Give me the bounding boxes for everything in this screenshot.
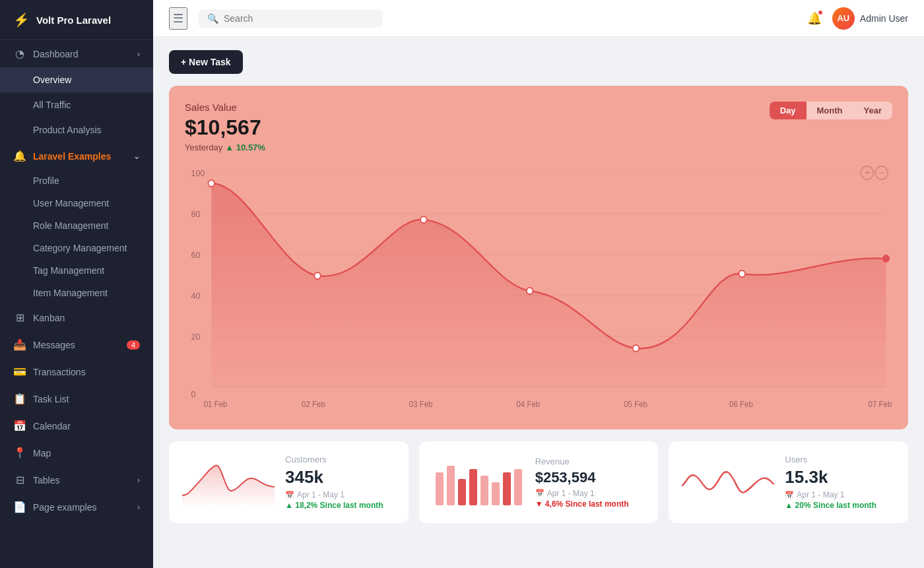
sidebar-item-laravel-examples[interactable]: 🔔 Laravel Examples ⌄ bbox=[0, 142, 153, 170]
search-input[interactable] bbox=[224, 13, 374, 24]
dashboard-icon: ◔ bbox=[13, 47, 26, 60]
sidebar-label-overview: Overview bbox=[33, 75, 140, 85]
brand[interactable]: ⚡ Volt Pro Laravel bbox=[0, 0, 153, 40]
sales-change: ▲ 10.57% bbox=[225, 142, 265, 152]
time-controls: Day Month Year bbox=[770, 102, 892, 119]
revenue-value: $253,594 bbox=[535, 469, 645, 486]
svg-text:+: + bbox=[865, 168, 870, 177]
revenue-range-text: Apr 1 - May 1 bbox=[547, 489, 595, 498]
sidebar-item-all-traffic[interactable]: All Traffic bbox=[0, 92, 153, 117]
time-btn-day[interactable]: Day bbox=[770, 102, 807, 119]
user-menu[interactable]: AU Admin User bbox=[832, 7, 908, 30]
users-label: Users bbox=[785, 455, 895, 464]
sidebar-item-item-management[interactable]: Item Management bbox=[0, 282, 153, 304]
sidebar-item-kanban[interactable]: ⊞ Kanban bbox=[0, 304, 153, 331]
svg-point-12 bbox=[208, 180, 214, 187]
laravel-label: Laravel Examples bbox=[33, 151, 111, 162]
svg-text:40: 40 bbox=[191, 291, 201, 301]
sidebar-item-profile[interactable]: Profile bbox=[0, 170, 153, 192]
revenue-mini-chart bbox=[432, 459, 525, 505]
sidebar-label-dashboard: Dashboard bbox=[33, 49, 131, 59]
messages-badge: 4 bbox=[127, 340, 140, 350]
sidebar-label-map: Map bbox=[33, 448, 140, 458]
content-area: + New Task Sales Value $10,567 Yesterday… bbox=[153, 37, 924, 568]
svg-point-14 bbox=[420, 216, 427, 223]
svg-text:05 Feb: 05 Feb bbox=[624, 400, 647, 408]
new-task-button[interactable]: + New Task bbox=[169, 50, 243, 74]
yesterday-label: Yesterday bbox=[185, 142, 222, 152]
revenue-change: ▼ 4,6% Since last month bbox=[535, 499, 645, 509]
admin-name: Admin User bbox=[860, 13, 908, 24]
revenue-card: Revenue $253,594 📅 Apr 1 - May 1 ▼ 4,6% … bbox=[419, 441, 659, 523]
users-mini-chart bbox=[682, 459, 774, 505]
notifications-button[interactable]: 🔔 bbox=[807, 11, 822, 26]
revenue-range: 📅 Apr 1 - May 1 bbox=[535, 489, 645, 498]
revenue-label: Revenue bbox=[535, 457, 645, 466]
sidebar-item-overview[interactable]: Overview bbox=[0, 67, 153, 92]
sidebar-label-messages: Messages bbox=[33, 340, 120, 350]
time-btn-year[interactable]: Year bbox=[853, 102, 892, 119]
brand-name: Volt Pro Laravel bbox=[36, 15, 111, 26]
svg-text:02 Feb: 02 Feb bbox=[302, 400, 325, 408]
sidebar-label-kanban: Kanban bbox=[33, 313, 140, 323]
calendar-icon-customers: 📅 bbox=[285, 491, 294, 499]
sidebar-item-product-analysis[interactable]: Product Analysis bbox=[0, 117, 153, 142]
sidebar-item-page-examples[interactable]: 📄 Page examples › bbox=[0, 493, 153, 521]
tables-arrow: › bbox=[137, 476, 140, 485]
sidebar-item-transactions[interactable]: 💳 Transactions bbox=[0, 358, 153, 385]
time-btn-month[interactable]: Month bbox=[807, 102, 853, 119]
sidebar-label-transactions: Transactions bbox=[33, 367, 140, 377]
sidebar-item-user-management[interactable]: User Management bbox=[0, 192, 153, 214]
sidebar-item-role-management[interactable]: Role Management bbox=[0, 214, 153, 237]
sidebar-item-category-management[interactable]: Category Management bbox=[0, 237, 153, 259]
svg-point-17 bbox=[739, 270, 745, 277]
svg-rect-34 bbox=[480, 476, 488, 505]
calendar-icon-users: 📅 bbox=[785, 491, 794, 499]
customers-mini-chart bbox=[182, 459, 275, 505]
sidebar-label-tables: Tables bbox=[33, 475, 131, 486]
sales-title: Sales Value bbox=[185, 102, 265, 113]
sidebar-item-tag-management[interactable]: Tag Management bbox=[0, 259, 153, 282]
search-icon: 🔍 bbox=[207, 13, 218, 24]
customers-card: Customers 345k 📅 Apr 1 - May 1 ▲ 18,2% S… bbox=[169, 441, 409, 523]
sidebar-item-messages[interactable]: 📥 Messages 4 bbox=[0, 331, 153, 358]
sidebar-item-dashboard[interactable]: ◔ Dashboard › bbox=[0, 40, 153, 67]
customers-range: 📅 Apr 1 - May 1 bbox=[285, 490, 395, 499]
brand-icon: ⚡ bbox=[13, 12, 30, 28]
svg-rect-31 bbox=[447, 466, 455, 505]
chart-area: 100 80 60 40 20 0 bbox=[185, 163, 892, 414]
svg-text:07 Feb: 07 Feb bbox=[869, 400, 892, 408]
sidebar-item-calendar[interactable]: 📅 Calendar bbox=[0, 412, 153, 439]
svg-rect-30 bbox=[436, 472, 444, 505]
svg-point-18 bbox=[883, 255, 890, 262]
users-value: 15.3k bbox=[785, 467, 895, 488]
calendar-icon: 📅 bbox=[13, 420, 26, 432]
svg-text:100: 100 bbox=[191, 168, 205, 178]
revenue-info: Revenue $253,594 📅 Apr 1 - May 1 ▼ 4,6% … bbox=[535, 457, 645, 509]
svg-rect-37 bbox=[514, 469, 522, 505]
users-range-text: Apr 1 - May 1 bbox=[797, 490, 844, 499]
hamburger-button[interactable]: ☰ bbox=[169, 7, 187, 30]
svg-text:60: 60 bbox=[191, 250, 201, 260]
sidebar-item-map[interactable]: 📍 Map bbox=[0, 439, 153, 466]
sidebar: ⚡ Volt Pro Laravel ◔ Dashboard › Overvie… bbox=[0, 0, 153, 568]
svg-rect-36 bbox=[503, 472, 511, 505]
sales-chart-svg: 100 80 60 40 20 0 bbox=[185, 163, 892, 414]
sales-subtitle: Yesterday ▲ 10.57% bbox=[185, 142, 265, 152]
sidebar-item-task-list[interactable]: 📋 Task List bbox=[0, 385, 153, 412]
header-right: 🔔 AU Admin User bbox=[807, 7, 908, 30]
page-examples-icon: 📄 bbox=[13, 501, 26, 513]
svg-rect-35 bbox=[492, 482, 500, 505]
sales-card: Sales Value $10,567 Yesterday ▲ 10.57% D… bbox=[169, 86, 908, 429]
page-examples-arrow: › bbox=[137, 503, 140, 512]
users-card: Users 15.3k 📅 Apr 1 - May 1 ▲ 20% Since … bbox=[669, 441, 908, 523]
sidebar-item-tables[interactable]: ⊟ Tables › bbox=[0, 466, 153, 493]
svg-text:04 Feb: 04 Feb bbox=[517, 400, 541, 408]
messages-icon: 📥 bbox=[13, 338, 26, 351]
dashboard-arrow: › bbox=[137, 49, 140, 59]
sidebar-label-calendar: Calendar bbox=[33, 421, 140, 431]
svg-text:01 Feb: 01 Feb bbox=[204, 400, 228, 408]
svg-text:80: 80 bbox=[191, 209, 201, 219]
kanban-icon: ⊞ bbox=[13, 311, 26, 324]
map-icon: 📍 bbox=[13, 447, 26, 459]
